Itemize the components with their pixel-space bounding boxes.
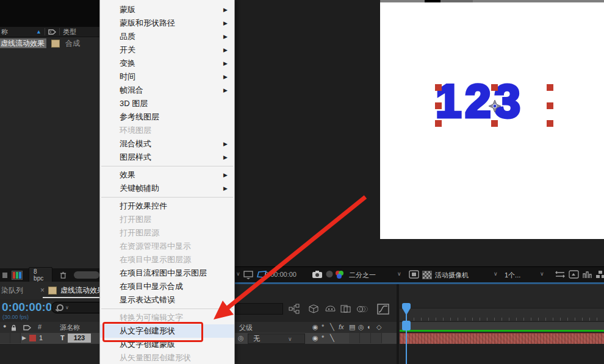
- menu-item[interactable]: 关键帧辅助 ▶: [100, 182, 234, 195]
- layer-switch-cell[interactable]: [371, 333, 382, 343]
- interpret-footage-icon[interactable]: [12, 271, 23, 280]
- parent-pick-whip-icon[interactable]: ◎: [238, 334, 244, 342]
- menu-item[interactable]: 参考线图层: [100, 110, 234, 124]
- trash-icon[interactable]: [60, 271, 67, 279]
- layer-label-color-chip[interactable]: [29, 335, 36, 341]
- region-of-interest-icon[interactable]: [409, 270, 419, 279]
- sort-ascending-icon[interactable]: ▲: [36, 29, 41, 35]
- menu-item[interactable]: 图层样式 ▶: [100, 151, 234, 164]
- layer-duration-bar[interactable]: [400, 333, 604, 344]
- snapshot-camera-icon[interactable]: [312, 270, 323, 279]
- selection-handle[interactable]: [547, 102, 553, 109]
- switches-collapse-icon: *: [322, 323, 324, 330]
- selection-handle[interactable]: [491, 120, 498, 127]
- layer-name[interactable]: 123: [68, 334, 91, 343]
- menu-item[interactable]: 蒙版 ▶: [100, 3, 234, 16]
- fast-previews-icon[interactable]: [569, 270, 580, 279]
- menu-item[interactable]: 环境图层: [100, 124, 234, 137]
- tab-close-icon[interactable]: ×: [40, 286, 45, 294]
- label-column-icon[interactable]: [23, 324, 31, 331]
- menu-item[interactable]: 在资源管理器中显示: [100, 240, 234, 253]
- menu-item[interactable]: 开关 ▶: [100, 43, 234, 57]
- time-ruler[interactable]: [400, 308, 604, 321]
- type-column-label[interactable]: 类型: [63, 27, 76, 37]
- menu-item[interactable]: 打开图层: [100, 213, 234, 226]
- menu-item[interactable]: 蒙版和形状路径 ▶: [100, 16, 234, 30]
- layer-quality-toggle[interactable]: ╲: [330, 334, 334, 342]
- grid-guide-options-icon[interactable]: [243, 270, 254, 279]
- layer-collapse-toggle[interactable]: *: [322, 334, 324, 341]
- view-layout-dropdown[interactable]: 1个...: [505, 271, 520, 280]
- menu-item[interactable]: 3D 图层: [100, 97, 234, 110]
- viewer-timecode[interactable]: 0:00:00:00: [265, 271, 297, 278]
- layer-video-cell[interactable]: [0, 333, 10, 343]
- frame-blending-icon[interactable]: [340, 304, 351, 314]
- parent-dropdown[interactable]: 无 ∨: [248, 334, 305, 344]
- switches-frame-blend-icon: ▤: [349, 323, 355, 331]
- draft-3d-icon[interactable]: [308, 304, 320, 314]
- selection-handle[interactable]: [435, 84, 442, 91]
- menu-item[interactable]: 在项目中显示图层源: [100, 253, 234, 266]
- selection-handle[interactable]: [547, 120, 553, 127]
- parent-column-label[interactable]: 父级: [239, 323, 253, 332]
- selection-handle[interactable]: [435, 102, 442, 109]
- index-column-label[interactable]: #: [38, 323, 41, 330]
- menu-item[interactable]: 在项目中显示合成: [100, 280, 234, 293]
- tab-render-queue[interactable]: 染队列: [1, 285, 23, 296]
- graph-editor-icon[interactable]: [377, 304, 389, 314]
- menu-item[interactable]: 品质 ▶: [100, 30, 234, 43]
- menu-item[interactable]: 效果 ▶: [100, 168, 234, 182]
- layer-switch-cell[interactable]: [360, 333, 371, 343]
- current-timecode[interactable]: 0:00:00:00: [2, 301, 59, 314]
- resolution-chevron-icon[interactable]: ∨: [397, 271, 401, 277]
- menu-item[interactable]: 时间 ▶: [100, 70, 234, 84]
- layer-switch-cell[interactable]: [349, 333, 360, 343]
- layer-expand-arrow-icon[interactable]: ▶: [22, 335, 26, 341]
- tab-composition[interactable]: 虚线流动效果: [60, 285, 104, 296]
- video-column-icon[interactable]: ●: [3, 323, 6, 329]
- bit-depth-button[interactable]: 8 bpc: [29, 267, 52, 283]
- menu-item[interactable]: 显示表达式错误: [100, 293, 234, 307]
- timeline-field[interactable]: [235, 303, 283, 315]
- selection-handle[interactable]: [547, 84, 553, 91]
- project-item-row[interactable]: 虚线流动效果 合成: [0, 37, 99, 49]
- playhead-line[interactable]: [406, 308, 407, 364]
- show-channel-icon[interactable]: [336, 271, 345, 279]
- menu-item[interactable]: 帧混合 ▶: [100, 84, 234, 97]
- transparency-grid-icon[interactable]: [422, 271, 432, 279]
- toolbar-chevron-icon[interactable]: ∨: [236, 271, 240, 277]
- motion-blur-icon[interactable]: [356, 304, 368, 314]
- hide-shy-layers-icon[interactable]: [325, 304, 336, 314]
- selection-handle[interactable]: [435, 120, 442, 127]
- submenu-arrow-icon: ▶: [223, 151, 228, 164]
- camera-view-chevron-icon[interactable]: ∨: [494, 271, 498, 277]
- pixel-aspect-correction-icon[interactable]: [555, 270, 566, 279]
- camera-view-dropdown[interactable]: 活动摄像机: [435, 271, 469, 280]
- layer-lock-cell[interactable]: [10, 333, 21, 343]
- name-column-label[interactable]: 称: [1, 27, 8, 37]
- search-options-chevron-icon[interactable]: ∨: [65, 305, 69, 310]
- comp-mini-flowchart-icon[interactable]: [289, 304, 300, 314]
- menu-item[interactable]: 从矢量图层创建形状: [100, 351, 234, 364]
- label-column-icon[interactable]: [48, 29, 56, 35]
- submenu-arrow-icon: ▶: [223, 182, 228, 195]
- flowchart-icon[interactable]: [595, 270, 604, 279]
- selection-handle[interactable]: [491, 84, 498, 91]
- menu-item[interactable]: 变换 ▶: [100, 57, 234, 70]
- exposure-histogram-icon[interactable]: [582, 270, 593, 279]
- show-snapshot-icon[interactable]: [325, 270, 334, 278]
- project-flowchart-icon[interactable]: [2, 273, 7, 278]
- menu-item[interactable]: 混合模式 ▶: [100, 137, 234, 151]
- view-layout-chevron-icon[interactable]: ∨: [540, 271, 544, 277]
- anchor-point-icon[interactable]: [487, 99, 502, 113]
- menu-item[interactable]: 打开效果控件: [100, 199, 234, 213]
- menu-item[interactable]: 打开图层源: [100, 226, 234, 240]
- work-area-bar[interactable]: [400, 321, 604, 330]
- project-item-name[interactable]: 虚线流动效果: [0, 38, 46, 48]
- panel-scrollbar[interactable]: [74, 271, 99, 279]
- layer-eye-toggle[interactable]: ◉: [312, 334, 318, 342]
- source-name-column-label[interactable]: 源名称: [60, 323, 80, 332]
- lock-column-icon[interactable]: [11, 324, 16, 331]
- menu-item[interactable]: 在项目流程图中显示图层: [100, 266, 234, 280]
- resolution-dropdown[interactable]: 二分之一: [349, 271, 376, 280]
